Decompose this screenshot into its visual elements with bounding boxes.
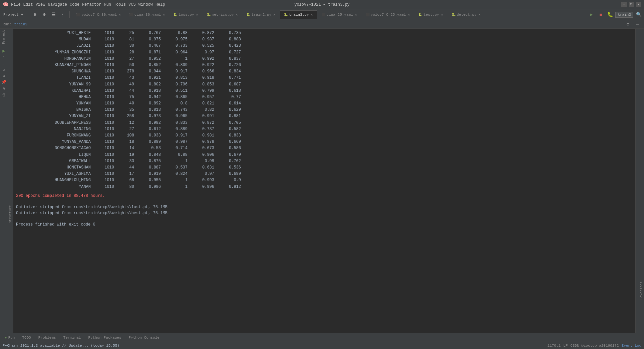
table-row: KUANZHAI_PINGAN 1010 50 0.852 0.809 0.92… bbox=[16, 62, 633, 68]
tab-close-icon[interactable]: ✕ bbox=[310, 12, 314, 17]
collapse-icon[interactable]: ⊖ bbox=[40, 11, 48, 19]
maximize-button[interactable]: □ bbox=[629, 2, 634, 7]
tab-close-icon[interactable]: ✕ bbox=[196, 12, 199, 17]
menu-file[interactable]: File bbox=[11, 2, 21, 7]
tab-close-icon[interactable]: ✕ bbox=[235, 12, 239, 17]
menu-code[interactable]: Code bbox=[70, 2, 79, 7]
debug-button[interactable]: 🐛 bbox=[606, 11, 614, 19]
bottom-tab-problems[interactable]: Problems bbox=[35, 334, 59, 341]
menu-help[interactable]: Help bbox=[155, 2, 165, 7]
row-v3: 0.996 bbox=[193, 184, 220, 190]
tab-close-icon[interactable]: ✕ bbox=[118, 12, 121, 17]
minimize-button[interactable]: ─ bbox=[621, 2, 627, 7]
row-n1: 1010 bbox=[96, 75, 119, 81]
run-button[interactable]: ▶ bbox=[587, 11, 595, 19]
tab-cigar30[interactable]: ⬛ cigar30.yaml ✕ bbox=[125, 10, 169, 19]
row-n2: 33 bbox=[119, 158, 139, 164]
row-name: GREATWALL bbox=[16, 158, 96, 164]
tab-yolov7-cr30[interactable]: ⬛ yolov7-Cr30.yaml ✕ bbox=[72, 10, 125, 19]
row-v4: 0.687 bbox=[220, 81, 246, 88]
menu-vcs[interactable]: VCS bbox=[128, 2, 136, 7]
title-bar: 🧠 File Edit View Navigate Code Refactor … bbox=[0, 0, 644, 9]
close-button[interactable]: ✕ bbox=[636, 2, 641, 7]
tab-detect[interactable]: 🐍 detect.py ✕ bbox=[448, 10, 485, 19]
run-settings-icon[interactable]: ⚙ bbox=[624, 20, 632, 28]
table-row: YUNYAN 1010 40 0.892 0.8 0.821 0.614 bbox=[16, 100, 633, 107]
table-row: DOUBLEHAPPINESS 1010 12 0.982 0.833 0.87… bbox=[16, 120, 633, 126]
bottom-tab-python-packages[interactable]: Python Packages bbox=[85, 334, 124, 341]
sidebar-settings-icon[interactable]: ⚙ bbox=[3, 73, 5, 78]
menu-icon[interactable]: ☰ bbox=[49, 11, 57, 19]
row-v2: 0.511 bbox=[166, 88, 193, 94]
tab-close-icon[interactable]: ✕ bbox=[273, 12, 276, 17]
row-n1: 1010 bbox=[96, 184, 119, 190]
bottom-tab-python-console[interactable]: Python Console bbox=[125, 334, 163, 341]
tab-yolov7-cr25[interactable]: ⬛ yolov7-Cr25.yaml ✕ bbox=[362, 10, 414, 19]
row-n1: 1010 bbox=[96, 62, 119, 68]
table-row: HONGTASHAN 1010 44 0.887 0.537 0.631 0.5… bbox=[16, 164, 633, 171]
sidebar-delete-icon[interactable]: 🗑 bbox=[2, 92, 6, 97]
row-n2: 17 bbox=[119, 171, 139, 177]
sidebar-project-icon[interactable]: Project bbox=[2, 30, 6, 44]
row-n2: 68 bbox=[119, 177, 139, 184]
favorites-label: Favorites bbox=[640, 282, 643, 300]
tab-loss[interactable]: 🐍 loss.py ✕ bbox=[170, 10, 202, 19]
tab-train2[interactable]: 🐍 train2.py ✕ bbox=[243, 10, 280, 19]
bottom-tab-todo[interactable]: TODO bbox=[19, 334, 34, 341]
menu-window[interactable]: Window bbox=[138, 2, 153, 7]
row-v2: 0.8 bbox=[166, 100, 193, 107]
row-v2: 1 bbox=[166, 177, 193, 184]
row-name: HUANGHELOU_MING bbox=[16, 177, 96, 184]
tab-close-icon[interactable]: ✕ bbox=[354, 12, 358, 17]
menu-run[interactable]: Run bbox=[104, 2, 111, 7]
py-icon: 🐍 bbox=[246, 13, 250, 17]
row-v1: 0.767 bbox=[139, 30, 166, 36]
row-n1: 1010 bbox=[96, 68, 119, 75]
row-v1: 0.944 bbox=[139, 68, 166, 75]
row-n1: 1010 bbox=[96, 139, 119, 145]
stop-button[interactable]: ◼ bbox=[597, 11, 605, 19]
row-v4: 0.888 bbox=[220, 36, 246, 43]
row-n1: 1010 bbox=[96, 164, 119, 171]
menu-refactor[interactable]: Refactor bbox=[82, 2, 101, 7]
sidebar-pin-icon[interactable]: 📌 bbox=[1, 80, 6, 85]
sidebar-up-icon[interactable]: ↑ bbox=[3, 55, 5, 60]
main-layout: Project ▶ ↑ ↓ ↺ ⚙ 📌 🖨 🗑 Structure YUXI_H… bbox=[0, 29, 644, 333]
menu-tools[interactable]: Tools bbox=[114, 2, 126, 7]
row-v2: 0.824 bbox=[166, 171, 193, 177]
more-icon[interactable]: ⋮ bbox=[59, 11, 67, 19]
event-log-link[interactable]: Event Log bbox=[622, 344, 641, 348]
run-filter-icon[interactable]: ━ bbox=[633, 20, 641, 28]
branch-selector[interactable]: train3 bbox=[615, 12, 633, 18]
menu-edit[interactable]: Edit bbox=[23, 2, 33, 7]
table-row: CHUNGHWA 1010 278 0.944 0.917 0.966 0.83… bbox=[16, 68, 633, 75]
row-name: LIQUN bbox=[16, 152, 96, 158]
sidebar-print-icon[interactable]: 🖨 bbox=[2, 86, 6, 91]
row-name: YUXI_ASHIMA bbox=[16, 171, 96, 177]
tab-train3[interactable]: 🐍 train3.py ✕ bbox=[280, 10, 317, 19]
tab-metrics[interactable]: 🐍 metrics.py ✕ bbox=[203, 10, 242, 19]
menu-navigate[interactable]: Navigate bbox=[48, 2, 67, 7]
tab-close-icon[interactable]: ✕ bbox=[478, 12, 481, 17]
sidebar-rerun-icon[interactable]: ↺ bbox=[3, 67, 5, 72]
tab-cigar25[interactable]: ⬛ cigar25.yaml ✕ bbox=[318, 10, 361, 19]
tab-close-icon[interactable]: ✕ bbox=[407, 12, 410, 17]
terminal-output[interactable]: YUXI_HEXIE 1010 25 0.767 0.88 0.872 0.73… bbox=[13, 29, 635, 333]
menu-view[interactable]: View bbox=[36, 2, 45, 7]
sidebar-down-icon[interactable]: ↓ bbox=[3, 61, 5, 66]
row-v4: 0.629 bbox=[220, 107, 246, 113]
bottom-tab-terminal[interactable]: Terminal bbox=[60, 334, 84, 341]
scrollbar-area[interactable] bbox=[635, 29, 639, 333]
row-v4: 0.837 bbox=[220, 56, 246, 62]
project-dropdown[interactable]: Project ▼ bbox=[1, 13, 25, 17]
search-button[interactable]: 🔍 bbox=[635, 11, 643, 19]
settings-icon[interactable]: ⊕ bbox=[31, 11, 39, 19]
table-row: MUDAN 1010 81 0.975 0.975 0.987 0.888 bbox=[16, 36, 633, 43]
tab-test[interactable]: 🐍 test.py ✕ bbox=[414, 10, 447, 19]
row-v2: 1 bbox=[166, 56, 193, 62]
tab-close-icon[interactable]: ✕ bbox=[162, 12, 166, 17]
sidebar-run-icon[interactable]: ▶ bbox=[2, 48, 5, 54]
tab-close-icon[interactable]: ✕ bbox=[440, 12, 444, 17]
bottom-tab-run[interactable]: ▶ Run bbox=[1, 334, 18, 341]
row-v1: 0.952 bbox=[139, 56, 166, 62]
